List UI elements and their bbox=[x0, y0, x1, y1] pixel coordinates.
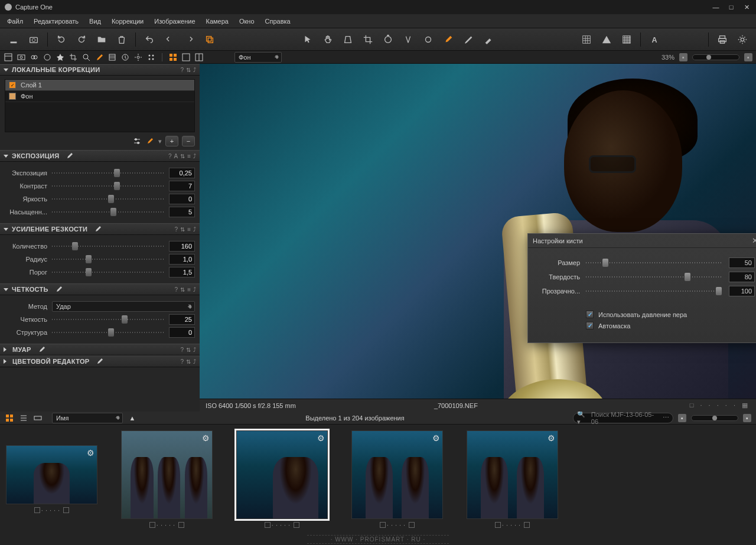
sliders-icon[interactable] bbox=[132, 136, 142, 146]
rotate-tool-icon[interactable] bbox=[380, 32, 396, 47]
sharp-slider[interactable] bbox=[52, 268, 164, 276]
thumbnail[interactable]: ⚙ ····· bbox=[121, 430, 213, 528]
clarity-value[interactable]: 0 bbox=[169, 327, 195, 338]
fs-strip-icon[interactable] bbox=[33, 413, 43, 423]
text-overlay-icon[interactable]: A bbox=[647, 32, 662, 47]
crop-icon[interactable] bbox=[360, 32, 376, 47]
minimize-button[interactable]: — bbox=[711, 4, 721, 11]
sort-dropdown[interactable]: Имя bbox=[52, 413, 123, 423]
search-more-icon[interactable]: ⋯ bbox=[663, 414, 669, 422]
fs-avatar-left-icon[interactable]: ▪ bbox=[678, 414, 686, 422]
local-tab-icon[interactable] bbox=[94, 53, 104, 62]
redo-icon[interactable] bbox=[182, 32, 197, 47]
gear-icon[interactable]: ⚙ bbox=[432, 433, 440, 443]
brush-icon[interactable] bbox=[441, 32, 456, 47]
adjustments-tab-icon[interactable] bbox=[107, 53, 117, 62]
expand-icon[interactable] bbox=[667, 32, 682, 47]
fs-list-icon[interactable] bbox=[19, 413, 28, 423]
exposure-value[interactable]: 0 bbox=[169, 194, 195, 204]
fs-grid-icon[interactable] bbox=[5, 413, 14, 423]
thumbnail[interactable]: ⚙ ····· bbox=[467, 430, 558, 528]
batch-tab-icon[interactable] bbox=[146, 53, 156, 62]
color-tab-icon[interactable] bbox=[43, 53, 52, 62]
preset-icon[interactable]: ⤴ bbox=[193, 67, 196, 73]
hand-icon[interactable] bbox=[320, 32, 335, 47]
straighten-icon[interactable] bbox=[400, 32, 416, 47]
maximize-button[interactable]: □ bbox=[726, 4, 736, 11]
menu-camera[interactable]: Камера bbox=[206, 18, 229, 25]
collapse-icon[interactable] bbox=[687, 32, 702, 47]
panel-local-header[interactable]: ЛОКАЛЬНЫЕ КОРРЕКЦИИ ?⇅⤴ bbox=[0, 64, 200, 76]
sort-dir-icon[interactable]: ▲ bbox=[128, 413, 137, 423]
add-layer-button[interactable]: + bbox=[165, 136, 178, 146]
panel-coloreditor-header[interactable]: ЦВЕТОВОЙ РЕДАКТОР ?⇅⤴ bbox=[0, 355, 200, 367]
view-single-icon[interactable] bbox=[181, 53, 191, 62]
gear-icon[interactable]: ⚙ bbox=[548, 433, 555, 443]
thumbnail[interactable]: ⚙ ····· bbox=[351, 430, 443, 528]
menu-view[interactable]: Вид bbox=[89, 18, 101, 25]
library-tab-icon[interactable] bbox=[4, 53, 13, 62]
clarity-slider[interactable] bbox=[52, 328, 164, 337]
exposure-tab-icon[interactable] bbox=[56, 53, 65, 62]
exposure-value[interactable]: 5 bbox=[169, 207, 195, 217]
grid-icon[interactable] bbox=[579, 32, 594, 47]
brush-value[interactable]: 80 bbox=[729, 272, 755, 282]
gear-icon[interactable]: ⚙ bbox=[87, 448, 94, 458]
undo2-icon[interactable] bbox=[162, 32, 177, 47]
rotate-ccw-icon[interactable] bbox=[54, 32, 69, 47]
rotate-cw-icon[interactable] bbox=[74, 32, 89, 47]
output-tab-icon[interactable] bbox=[133, 53, 143, 62]
brush-pressure-checkbox[interactable]: ✓Использовать давление пера bbox=[586, 311, 755, 318]
exposure-value[interactable]: 7 bbox=[169, 181, 195, 191]
sharp-value[interactable]: 1,0 bbox=[169, 254, 195, 265]
brush-automask-checkbox[interactable]: ✓Автомаска bbox=[586, 322, 755, 329]
menu-file[interactable]: Файл bbox=[7, 18, 23, 25]
menu-edit[interactable]: Редактировать bbox=[34, 18, 79, 25]
brush-value[interactable]: 100 bbox=[729, 286, 755, 296]
brush-small-icon[interactable] bbox=[145, 136, 155, 146]
gear-icon[interactable]: ⚙ bbox=[202, 433, 210, 443]
spot-icon[interactable] bbox=[421, 32, 436, 47]
panel-exposure-header[interactable]: ЭКСПОЗИЦИЯ ?A⇅≡⤴ bbox=[0, 150, 200, 162]
crop-tab-icon[interactable] bbox=[69, 53, 78, 62]
exposure-value[interactable]: 0,25 bbox=[169, 168, 195, 178]
view-split-icon[interactable] bbox=[194, 53, 204, 62]
capture-tab-icon[interactable] bbox=[17, 53, 26, 62]
menu-window[interactable]: Окно bbox=[239, 18, 255, 25]
histogram-icon[interactable] bbox=[619, 32, 634, 47]
thumb-size-slider[interactable] bbox=[691, 415, 738, 421]
thumbnail[interactable]: ⚙ ····· bbox=[6, 430, 97, 514]
remove-layer-button[interactable]: − bbox=[182, 136, 195, 146]
layer-row[interactable]: Фон bbox=[5, 91, 194, 102]
rating-dots[interactable]: □ · · · · · ▦ bbox=[690, 402, 750, 409]
brush-slider[interactable] bbox=[586, 287, 723, 295]
brush-slider[interactable] bbox=[586, 259, 723, 267]
brush-slider[interactable] bbox=[586, 273, 723, 281]
zoom-slider[interactable] bbox=[692, 54, 739, 60]
exposure-slider[interactable] bbox=[52, 182, 164, 190]
thumbnail-selected[interactable]: ⚙ ····· bbox=[236, 430, 328, 528]
folder-icon[interactable] bbox=[94, 32, 109, 47]
help-icon[interactable]: ? bbox=[180, 67, 184, 73]
layer-row[interactable]: ✓ Слой 1 bbox=[5, 80, 194, 91]
camera-icon[interactable] bbox=[26, 32, 41, 47]
copy-icon[interactable]: ⇅ bbox=[186, 67, 191, 73]
dialog-close-icon[interactable]: ✕ bbox=[752, 236, 756, 245]
sharp-slider[interactable] bbox=[52, 255, 164, 263]
panel-clarity-header[interactable]: ЧЕТКОСТЬ ?⇅≡⤴ bbox=[0, 283, 200, 295]
sharp-value[interactable]: 1,5 bbox=[169, 267, 195, 278]
menu-corrections[interactable]: Коррекции bbox=[112, 18, 144, 25]
settings-icon[interactable] bbox=[735, 32, 750, 47]
gear-icon[interactable]: ⚙ bbox=[317, 433, 325, 443]
fs-avatar-right-icon[interactable]: ▪ bbox=[743, 414, 751, 422]
clarity-value[interactable]: 25 bbox=[169, 314, 195, 325]
eyedropper-icon[interactable] bbox=[461, 32, 476, 47]
exposure-slider[interactable] bbox=[52, 169, 164, 177]
sharp-slider[interactable] bbox=[52, 242, 164, 250]
metadata-tab-icon[interactable] bbox=[120, 53, 130, 62]
layer-visible-checkbox[interactable]: ✓ bbox=[9, 81, 16, 89]
preview-image[interactable]: Настройки кисти ✕ Размер50Твердость80Про… bbox=[200, 64, 756, 399]
lens-tab-icon[interactable] bbox=[30, 53, 39, 62]
view-grid-icon[interactable] bbox=[168, 53, 178, 62]
details-tab-icon[interactable] bbox=[82, 53, 91, 62]
